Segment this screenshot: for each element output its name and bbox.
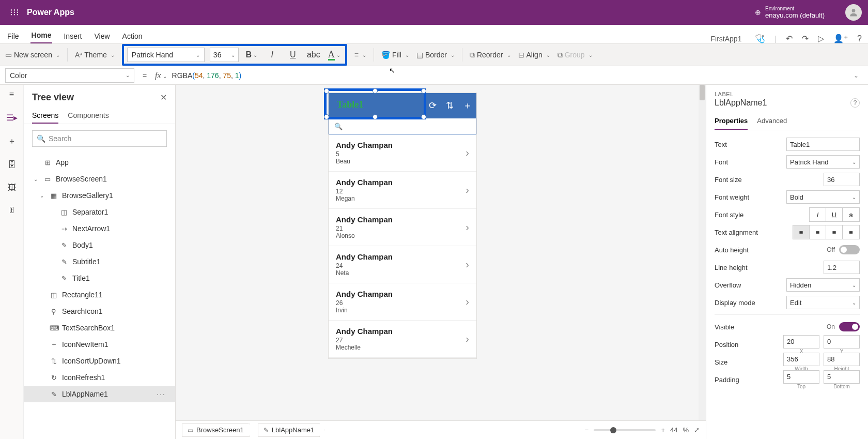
prop-visible-toggle[interactable] bbox=[839, 322, 860, 331]
menu-action[interactable]: Action bbox=[121, 29, 144, 43]
theme-button[interactable]: AᵃTheme⌄ bbox=[75, 51, 115, 59]
prop-pad-top-input[interactable]: 5 bbox=[783, 370, 819, 384]
chevron-right-icon[interactable]: › bbox=[466, 221, 469, 233]
underline-button[interactable]: U bbox=[285, 48, 301, 62]
tree-node[interactable]: ↻IconRefresh1 bbox=[24, 369, 175, 386]
search-items-input[interactable]: 🔍 bbox=[329, 118, 476, 134]
close-icon[interactable]: ✕ bbox=[160, 93, 167, 102]
refresh-icon[interactable]: ⟳ bbox=[429, 100, 437, 111]
prop-width-input[interactable]: 356 bbox=[783, 353, 819, 366]
align-center-option[interactable]: ≡ bbox=[810, 225, 826, 239]
breadcrumb-control[interactable]: ✎LblAppName1 bbox=[258, 423, 320, 437]
hamburger-icon[interactable]: ≡ bbox=[9, 90, 14, 99]
gallery-item[interactable]: Andy Champan12Megan› bbox=[329, 172, 476, 209]
tab-advanced[interactable]: Advanced bbox=[757, 113, 787, 130]
font-family-dropdown[interactable]: Patrick Hand⌄ bbox=[127, 48, 205, 62]
strikethrough-button[interactable]: abc bbox=[306, 48, 321, 62]
app-title-label[interactable]: Table1 bbox=[337, 99, 363, 110]
fx-icon[interactable]: fx⌄ bbox=[155, 71, 167, 80]
prop-y-input[interactable]: 0 bbox=[824, 335, 860, 349]
sort-icon[interactable]: ⇅ bbox=[446, 100, 454, 111]
tree-node[interactable]: ◫Rectangle11 bbox=[24, 286, 175, 303]
chevron-right-icon[interactable]: › bbox=[466, 259, 469, 270]
gallery-item[interactable]: Andy Champan27Mechelle› bbox=[329, 321, 476, 358]
insert-icon[interactable]: ＋ bbox=[8, 136, 16, 147]
zoom-slider[interactable] bbox=[594, 429, 656, 431]
prop-font-size-input[interactable]: 36 bbox=[824, 173, 860, 186]
align-right-option[interactable]: ≡ bbox=[826, 225, 843, 239]
tab-screens[interactable]: Screens bbox=[32, 108, 58, 124]
align-objects-button[interactable]: ⊟Align⌄ bbox=[518, 51, 550, 59]
border-button[interactable]: ▤Border⌄ bbox=[416, 51, 455, 59]
prop-font-weight-dropdown[interactable]: Bold⌄ bbox=[786, 190, 860, 204]
tree-search-input[interactable]: 🔍 Search bbox=[32, 130, 167, 147]
formula-expand-icon[interactable]: ⌄ bbox=[854, 72, 863, 79]
gallery-item[interactable]: Andy Champan26Irvin› bbox=[329, 283, 476, 321]
italic-toggle[interactable]: I bbox=[810, 208, 826, 221]
italic-button[interactable]: I bbox=[265, 48, 280, 62]
tree-node[interactable]: ◫Separator1 bbox=[24, 204, 175, 220]
menu-file[interactable]: File bbox=[6, 29, 20, 43]
tree-node[interactable]: ✎LblAppName1··· bbox=[24, 386, 175, 402]
tree-node[interactable]: ⇢NextArrow1 bbox=[24, 220, 175, 237]
canvas-scrollbar[interactable] bbox=[699, 85, 706, 420]
redo-icon[interactable]: ↷ bbox=[802, 34, 809, 43]
prop-font-dropdown[interactable]: Patrick Hand⌄ bbox=[786, 155, 860, 169]
menu-home[interactable]: Home bbox=[30, 28, 53, 43]
font-color-button[interactable]: A⌄ bbox=[327, 48, 342, 62]
app-file-name[interactable]: FirstApp1 bbox=[711, 35, 742, 43]
property-dropdown[interactable]: Color⌄ bbox=[5, 68, 134, 83]
prop-height-input[interactable]: 88 bbox=[824, 353, 860, 366]
chevron-right-icon[interactable]: › bbox=[466, 333, 469, 345]
tree-node[interactable]: ⇅IconSortUpDown1 bbox=[24, 353, 175, 369]
new-screen-button[interactable]: ▭New screen⌄ bbox=[5, 51, 60, 59]
prop-overflow-dropdown[interactable]: Hidden⌄ bbox=[786, 278, 860, 292]
tree-node[interactable]: ✎Title1 bbox=[24, 270, 175, 286]
tree-node[interactable]: ⚲SearchIcon1 bbox=[24, 303, 175, 320]
font-size-dropdown[interactable]: 36⌄ bbox=[210, 48, 239, 62]
advanced-tools-icon[interactable]: 🎚 bbox=[8, 206, 16, 215]
prop-auto-height-toggle[interactable] bbox=[839, 245, 860, 254]
undo-icon[interactable]: ↶ bbox=[786, 34, 793, 43]
tree-view-icon[interactable]: ☰▸ bbox=[6, 113, 18, 123]
prop-text-input[interactable]: Table1 bbox=[786, 138, 860, 151]
waffle-icon[interactable]: ⁝⁝⁝ bbox=[6, 4, 23, 21]
help-icon[interactable]: ? bbox=[857, 34, 862, 43]
text-align-button[interactable]: ≡⌄ bbox=[354, 51, 366, 59]
prop-x-input[interactable]: 20 bbox=[783, 335, 819, 349]
tree-node[interactable]: ⌨TextSearchBox1 bbox=[24, 320, 175, 336]
fill-button[interactable]: 🪣Fill⌄ bbox=[381, 51, 409, 59]
prop-font-style-segmented[interactable]: I U a bbox=[809, 207, 860, 222]
zoom-in-icon[interactable]: + bbox=[661, 426, 665, 434]
chevron-right-icon[interactable]: › bbox=[466, 184, 469, 196]
media-icon[interactable]: 🖽 bbox=[8, 183, 16, 192]
prop-line-height-input[interactable]: 1.2 bbox=[824, 261, 860, 274]
help-icon[interactable]: ? bbox=[850, 98, 860, 108]
menu-insert[interactable]: Insert bbox=[63, 29, 83, 43]
chevron-right-icon[interactable]: › bbox=[466, 147, 469, 159]
canvas-area[interactable]: Table1 ⟳ ⇅ ＋ 🔍 Andy Champan5Beau›Andy Ch… bbox=[176, 85, 706, 439]
chevron-right-icon[interactable]: › bbox=[466, 296, 469, 308]
gallery-item[interactable]: Andy Champan5Beau› bbox=[329, 134, 476, 172]
prop-display-mode-dropdown[interactable]: Edit⌄ bbox=[786, 296, 860, 309]
align-justify-option[interactable]: ≡ bbox=[843, 225, 859, 239]
bold-button[interactable]: B⌄ bbox=[244, 48, 259, 62]
tab-properties[interactable]: Properties bbox=[715, 113, 748, 130]
formula-input[interactable]: RGBA(54, 176, 75, 1) bbox=[172, 71, 242, 80]
share-icon[interactable]: 👤⁺ bbox=[833, 34, 848, 43]
play-icon[interactable]: ▷ bbox=[818, 34, 824, 43]
tree-node[interactable]: ✎Body1 bbox=[24, 237, 175, 253]
tree-node[interactable]: ⌄▦BrowseGallery1 bbox=[24, 187, 175, 204]
prop-pad-bottom-input[interactable]: 5 bbox=[824, 370, 860, 384]
gallery-item[interactable]: Andy Champan24Neta› bbox=[329, 246, 476, 283]
underline-toggle[interactable]: U bbox=[826, 208, 843, 221]
strike-toggle[interactable]: a bbox=[843, 208, 859, 221]
fit-screen-icon[interactable]: ⤢ bbox=[694, 426, 700, 434]
add-icon[interactable]: ＋ bbox=[463, 99, 472, 112]
zoom-out-icon[interactable]: − bbox=[585, 426, 589, 434]
app-checker-icon[interactable]: 🩺 bbox=[755, 34, 765, 43]
tree-node[interactable]: ✎Subtitle1 bbox=[24, 253, 175, 270]
environment-picker[interactable]: Environment enayu.com (default) bbox=[765, 6, 825, 19]
tab-components[interactable]: Components bbox=[68, 108, 109, 124]
align-left-option[interactable]: ≡ bbox=[793, 225, 810, 239]
